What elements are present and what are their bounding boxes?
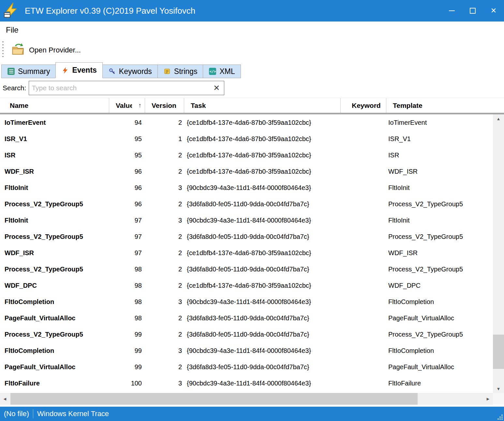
tab-strings[interactable]: Strings (157, 65, 203, 78)
cell-template: WDF_ISR (386, 249, 493, 257)
cell-template: WDF_ISR (386, 168, 493, 175)
cell-template: ISR_V1 (386, 135, 493, 143)
cell-version: 2 (145, 119, 184, 126)
xml-code-icon: </> (209, 67, 216, 75)
cell-template: FltIoCompletion (386, 298, 493, 306)
cell-task: {ce1dbfb4-137e-4da6-87b0-3f59aa102cbc} (184, 249, 341, 257)
tab-events[interactable]: Events (55, 62, 102, 78)
cell-template: WDF_DPC (386, 282, 493, 289)
cell-template: ISR (386, 152, 493, 159)
table-row[interactable]: FltIoInit 97 3 {90cbdc39-4a3e-11d1-84f4-… (0, 212, 493, 228)
column-header-value[interactable]: Value ↑ (109, 98, 145, 113)
table-row[interactable]: ISR_V1 95 1 {ce1dbfb4-137e-4da6-87b0-3f5… (0, 131, 493, 147)
table-row[interactable]: IoTimerEvent 94 2 {ce1dbfb4-137e-4da6-87… (0, 114, 493, 131)
table-row[interactable]: WDF_ISR 96 2 {ce1dbfb4-137e-4da6-87b0-3f… (0, 163, 493, 180)
cell-name: FltIoCompletion (0, 298, 109, 306)
scroll-right-icon[interactable]: ► (483, 393, 493, 405)
cell-task: {ce1dbfb4-137e-4da6-87b0-3f59aa102cbc} (184, 152, 341, 159)
cell-name: WDF_DPC (0, 282, 109, 289)
cell-template: FltIoInit (386, 217, 493, 224)
table-row[interactable]: WDF_ISR 97 2 {ce1dbfb4-137e-4da6-87b0-3f… (0, 245, 493, 261)
tab-bar: Summary Events Keywords (0, 62, 504, 78)
column-header-task[interactable]: Task (184, 98, 341, 113)
cell-template: IoTimerEvent (386, 119, 493, 126)
cell-name: PageFault_VirtualAlloc (0, 363, 109, 371)
cell-value: 95 (109, 135, 145, 143)
column-header-keyword[interactable]: Keyword (341, 98, 386, 113)
cell-template: Process_V2_TypeGroup5 (386, 331, 493, 338)
cell-version: 2 (145, 249, 184, 257)
close-button[interactable]: ✕ (483, 0, 504, 22)
cell-template: FltIoInit (386, 184, 493, 192)
cell-version: 3 (145, 184, 184, 192)
table-row[interactable]: PageFault_VirtualAlloc 98 2 {3d6fa8d3-fe… (0, 310, 493, 326)
cell-version: 2 (145, 233, 184, 240)
cell-value: 98 (109, 298, 145, 306)
tab-keywords-label: Keywords (119, 67, 152, 76)
horizontal-scroll-thumb[interactable] (10, 393, 418, 405)
table-row[interactable]: FltIoInit 96 3 {90cbdc39-4a3e-11d1-84f4-… (0, 180, 493, 196)
cell-name: Process_V2_TypeGroup5 (0, 266, 109, 273)
tab-xml[interactable]: </> XML (203, 65, 241, 78)
cell-version: 2 (145, 266, 184, 273)
cell-value: 97 (109, 233, 145, 240)
events-table: Name Value ↑ Version Task Keyword Templa… (0, 98, 504, 407)
cell-value: 100 (109, 380, 145, 387)
open-folder-icon (11, 43, 26, 58)
clear-search-icon[interactable]: ✕ (209, 83, 224, 93)
scroll-down-icon[interactable]: ▼ (493, 385, 504, 393)
cell-task: {ce1dbfb4-137e-4da6-87b0-3f59aa102cbc} (184, 119, 341, 126)
horizontal-scrollbar[interactable]: ◄ ► (0, 393, 493, 405)
table-row[interactable]: Process_V2_TypeGroup5 97 2 {3d6fa8d0-fe0… (0, 228, 493, 245)
scroll-up-icon[interactable]: ▲ (493, 114, 504, 123)
table-row[interactable]: FltIoFailure 100 3 {90cbdc39-4a3e-11d1-8… (0, 375, 493, 391)
menu-file[interactable]: File (0, 22, 24, 38)
table-row[interactable]: Process_V2_TypeGroup5 99 2 {3d6fa8d0-fe0… (0, 326, 493, 342)
resize-grip-icon[interactable] (497, 414, 503, 420)
scroll-left-icon[interactable]: ◄ (0, 393, 10, 405)
cell-value: 95 (109, 152, 145, 159)
cell-version: 1 (145, 135, 184, 143)
scrollbar-corner (493, 393, 504, 405)
open-provider-label: Open Provider... (29, 46, 81, 54)
horizontal-scroll-track[interactable] (10, 393, 483, 405)
cell-version: 2 (145, 200, 184, 208)
table-row[interactable]: WDF_DPC 98 2 {ce1dbfb4-137e-4da6-87b0-3f… (0, 277, 493, 294)
cell-version: 3 (145, 347, 184, 355)
column-header-template[interactable]: Template (386, 98, 504, 113)
column-header-name[interactable]: Name (0, 98, 109, 113)
toolbar-grip[interactable] (2, 41, 4, 59)
vertical-scroll-thumb[interactable] (493, 335, 504, 369)
column-header-version[interactable]: Version (145, 98, 184, 113)
table-row[interactable]: Process_V2_TypeGroup5 96 2 {3d6fa8d0-fe0… (0, 196, 493, 212)
cell-task: {3d6fa8d0-fe05-11d0-9dda-00c04fd7ba7c} (184, 233, 341, 240)
search-input[interactable] (29, 81, 209, 95)
tab-summary[interactable]: Summary (1, 65, 56, 78)
vertical-scroll-track[interactable] (493, 123, 504, 385)
tab-keywords[interactable]: Keywords (102, 65, 158, 78)
tab-events-label: Events (72, 66, 96, 75)
cell-task: {90cbdc39-4a3e-11d1-84f4-0000f80464e3} (184, 217, 341, 224)
title-bar: ETW Explorer v0.39 (C)2019 Pavel Yosifov… (0, 0, 504, 22)
horizontal-scrollbar-row: ◄ ► (0, 393, 504, 405)
cell-task: {3d6fa8d0-fe05-11d0-9dda-00c04fd7ba7c} (184, 200, 341, 208)
window-title: ETW Explorer v0.39 (C)2019 Pavel Yosifov… (25, 6, 441, 16)
vertical-scrollbar[interactable]: ▲ ▼ (493, 114, 504, 393)
table-row[interactable]: FltIoCompletion 99 3 {90cbdc39-4a3e-11d1… (0, 342, 493, 359)
cell-value: 97 (109, 217, 145, 224)
cell-version: 3 (145, 380, 184, 387)
table-row[interactable]: PageFault_VirtualAlloc 99 2 {3d6fa8d3-fe… (0, 359, 493, 375)
table-row[interactable]: FltIoCompletion 98 3 {90cbdc39-4a3e-11d1… (0, 294, 493, 310)
cell-name: FltIoInit (0, 184, 109, 192)
cell-value: 96 (109, 200, 145, 208)
table-row[interactable]: ISR 95 2 {ce1dbfb4-137e-4da6-87b0-3f59aa… (0, 147, 493, 163)
table-row[interactable]: Process_V2_TypeGroup5 98 2 {3d6fa8d0-fe0… (0, 261, 493, 277)
maximize-button[interactable] (462, 0, 483, 22)
open-provider-button[interactable]: Open Provider... (9, 41, 83, 59)
lightning-icon (61, 66, 69, 74)
cell-version: 3 (145, 217, 184, 224)
cell-value: 96 (109, 184, 145, 192)
cell-template: Process_V2_TypeGroup5 (386, 233, 493, 240)
cell-task: {ce1dbfb4-137e-4da6-87b0-3f59aa102cbc} (184, 135, 341, 143)
minimize-button[interactable] (441, 0, 462, 22)
